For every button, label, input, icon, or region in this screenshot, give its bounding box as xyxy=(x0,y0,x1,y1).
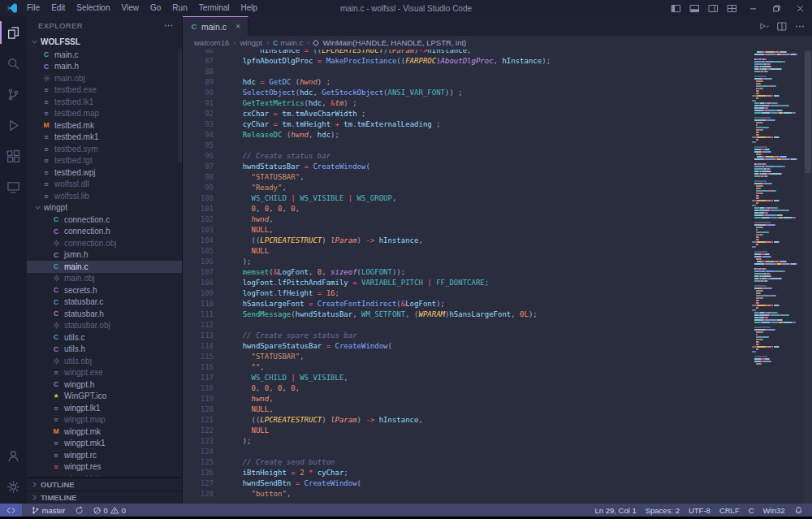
tree-item[interactable]: Cconnection.h xyxy=(27,226,182,238)
settings-gear-icon[interactable] xyxy=(0,471,27,502)
tree-item[interactable]: statusbar.obj xyxy=(27,320,182,332)
tree-item[interactable]: ★WinGPT.ico xyxy=(27,391,182,403)
minimap-line xyxy=(752,139,802,141)
menu-edit[interactable]: Edit xyxy=(45,0,71,16)
menu-run[interactable]: Run xyxy=(166,0,192,16)
tree-item[interactable]: Cstatusbar.c xyxy=(27,296,182,309)
scrollbar-thumb[interactable] xyxy=(805,51,811,173)
tree-item[interactable]: ≡wingpt.lk1 xyxy=(27,402,182,414)
tree-item[interactable]: Cutils.h xyxy=(27,344,182,356)
editor-scrollbar[interactable] xyxy=(804,50,812,504)
branch-indicator[interactable]: master xyxy=(26,504,70,517)
tree-folder[interactable]: wingpt xyxy=(27,202,182,214)
minimize-button[interactable] xyxy=(741,0,765,16)
split-editor-icon[interactable] xyxy=(773,16,791,36)
file-label: testbed.wpj xyxy=(54,168,96,177)
extensions-icon[interactable] xyxy=(0,141,27,171)
tree-item[interactable]: main.obj xyxy=(27,72,182,84)
breadcrumb-item[interactable]: Cmain.c xyxy=(273,38,303,47)
tree-item[interactable]: ≡testbed.sym xyxy=(27,143,182,155)
status-cursor-position[interactable]: Ln 29, Col 1 xyxy=(590,504,641,517)
tree-item[interactable]: ≡wingpt.exe xyxy=(27,367,182,379)
tree-item[interactable]: ≡testbed.map xyxy=(27,108,182,120)
menu-go[interactable]: Go xyxy=(145,0,166,16)
menu-file[interactable]: File xyxy=(21,0,45,16)
tree-item[interactable]: ≡wingpt.map xyxy=(27,414,182,426)
menu-selection[interactable]: Selection xyxy=(71,0,115,16)
toggle-sidebar-icon[interactable] xyxy=(667,0,685,16)
remote-explorer-icon[interactable] xyxy=(0,171,27,202)
remote-indicator[interactable] xyxy=(0,504,22,517)
tree-item[interactable]: ≡wingpt.tgt xyxy=(27,473,182,477)
line-number: 93 xyxy=(183,119,225,130)
sync-button[interactable] xyxy=(70,504,88,517)
more-actions-icon[interactable] xyxy=(163,20,174,31)
tree-item[interactable]: ≡testbed.exe xyxy=(27,84,182,97)
customize-layout-icon[interactable] xyxy=(723,0,741,16)
tree-item[interactable]: ≡testbed.mk1 xyxy=(27,132,182,144)
account-icon[interactable] xyxy=(0,440,27,471)
tree-item[interactable]: main.obj xyxy=(27,273,182,285)
tree-item[interactable]: Cwingpt.h xyxy=(27,378,182,391)
tree-item[interactable]: ≡wingpt.mk1 xyxy=(27,438,182,450)
source-control-icon[interactable] xyxy=(0,79,27,110)
tab-main-c[interactable]: C main.c × xyxy=(183,16,248,36)
tree-item[interactable]: ≡wolfssl.dll xyxy=(27,179,182,191)
run-debug-icon[interactable] xyxy=(0,110,27,141)
tree-item[interactable]: ≡wolfssl.lib xyxy=(27,190,182,202)
file-label: utils.c xyxy=(64,333,85,342)
menu-view[interactable]: View xyxy=(116,0,145,16)
status-indentation[interactable]: Spaces: 2 xyxy=(641,504,684,517)
close-button[interactable] xyxy=(788,0,812,16)
status-encoding[interactable]: UTF-8 xyxy=(684,504,715,517)
image-file-icon: ★ xyxy=(51,392,61,400)
breadcrumb-separator: › xyxy=(233,38,235,47)
breadcrumb-item[interactable]: WinMain(HANDLE, HANDLE, LPSTR, int) xyxy=(313,38,466,47)
tree-item[interactable]: ≡testbed.lk1 xyxy=(27,96,182,108)
tree-item[interactable]: Cconnection.c xyxy=(27,214,182,226)
breadcrumb-item[interactable]: wingpt xyxy=(240,38,261,47)
toggle-secondary-sidebar-icon[interactable] xyxy=(704,0,723,16)
tree-item[interactable]: Cjsmn.h xyxy=(27,249,182,262)
minimap-line xyxy=(752,283,802,284)
tree-item[interactable]: ≡wingpt.rc xyxy=(27,449,182,461)
menu-help[interactable]: Help xyxy=(235,0,264,16)
status-platform[interactable]: Win32 xyxy=(758,504,789,517)
code-editor[interactable]: 86 hInstance = ((LPCREATESTRUCT)lParam)-… xyxy=(183,50,812,504)
run-button-icon[interactable] xyxy=(755,16,773,36)
h-file-icon: C xyxy=(51,251,61,259)
minimap-line xyxy=(752,327,802,328)
tree-item[interactable]: Cstatusbar.h xyxy=(27,308,182,320)
status-right: Ln 29, Col 1Spaces: 2UTF-8CRLFCWin32 xyxy=(590,504,812,517)
tree-item[interactable]: Cmain.c xyxy=(27,49,182,61)
breadcrumb-item[interactable]: watcom16 xyxy=(194,38,229,47)
section-timeline[interactable]: TIMELINE xyxy=(27,491,182,504)
tree-item[interactable]: Csecrets.h xyxy=(27,284,182,296)
toggle-panel-icon[interactable] xyxy=(685,0,704,16)
section-outline[interactable]: OUTLINE xyxy=(27,478,182,491)
tree-item[interactable]: ≡wingpt.res xyxy=(27,461,182,474)
code-line: 105 NULL xyxy=(183,246,749,257)
problems-indicator[interactable]: 00 xyxy=(88,504,131,517)
maximize-button[interactable] xyxy=(765,0,788,16)
c-file-icon: C xyxy=(190,23,198,31)
tree-item[interactable]: connection.obj xyxy=(27,237,182,249)
search-icon[interactable] xyxy=(0,48,27,79)
tree-item[interactable]: Mtestbed.mk xyxy=(27,119,182,132)
tree-item[interactable]: utils.obj xyxy=(27,355,182,367)
explorer-icon[interactable] xyxy=(0,17,27,48)
editor-more-actions-icon[interactable] xyxy=(791,16,809,36)
status-language-mode[interactable]: C xyxy=(744,504,758,517)
tree-item[interactable]: Cmain.c xyxy=(27,261,182,273)
notifications-bell-icon[interactable] xyxy=(789,504,807,517)
status-eol[interactable]: CRLF xyxy=(715,504,744,517)
close-tab-icon[interactable]: × xyxy=(235,22,240,31)
minimap[interactable] xyxy=(752,51,802,365)
tree-item[interactable]: Cutils.c xyxy=(27,331,182,344)
tree-root-folder[interactable]: WOLFSSL xyxy=(27,35,182,49)
menu-terminal[interactable]: Terminal xyxy=(193,0,235,16)
tree-item[interactable]: Mwingpt.mk xyxy=(27,426,182,438)
tree-item[interactable]: Cmain.h xyxy=(27,61,182,73)
tree-item[interactable]: ≡testbed.tgt xyxy=(27,155,182,167)
tree-item[interactable]: ≡testbed.wpj xyxy=(27,167,182,179)
